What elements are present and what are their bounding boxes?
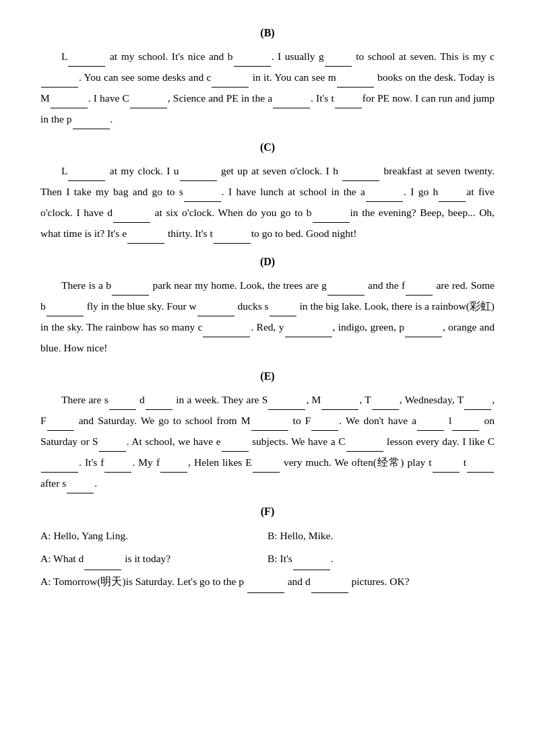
blank-e10: [417, 430, 444, 431]
blank-e21: [67, 493, 94, 493]
blank-e13: [222, 451, 249, 452]
section-d-body: There is a b park near my home. Look, th…: [40, 275, 495, 358]
blank-d9: [405, 337, 442, 337]
blank-e18: [253, 472, 280, 473]
section-f-col-left2: A: What d is it today?: [40, 547, 268, 570]
blank-e16: [104, 472, 131, 473]
blank-b4: [41, 87, 78, 88]
blank-e6: [464, 409, 491, 410]
blank-e1: [109, 409, 136, 410]
section-f-row1: A: Hello, Yang Ling. B: Hello, Mike.: [40, 524, 495, 547]
blank-d6: [270, 316, 296, 316]
section-d: (D) There is a b park near my home. Look…: [40, 256, 495, 358]
blank-c4: [184, 201, 221, 202]
blank-b8: [130, 108, 167, 108]
blank-e2: [146, 409, 172, 410]
blank-b7: [51, 108, 88, 108]
section-b-body: L at my school. It's nice and b. I usual…: [40, 46, 495, 129]
section-b: (B) L at my school. It's nice and b. I u…: [40, 27, 495, 129]
blank-e15: [41, 472, 78, 473]
section-b-title: (B): [40, 27, 495, 39]
blank-d2: [327, 295, 365, 296]
blank-c1: [68, 180, 105, 181]
blank-d1: [112, 295, 149, 296]
blank-e12: [99, 451, 126, 452]
blank-c5: [366, 201, 403, 202]
section-f-title: (F): [40, 506, 495, 518]
blank-e8: [251, 430, 288, 431]
blank-b11: [73, 129, 110, 129]
blank-b3: [325, 66, 352, 67]
section-f-table: A: Hello, Yang Ling. B: Hello, Mike. A: …: [40, 524, 495, 593]
blank-e5: [372, 409, 399, 410]
blank-b9: [273, 108, 310, 108]
blank-e3: [268, 409, 305, 410]
blank-c3: [342, 180, 379, 181]
section-e: (E) There are s d in a week. They are S,…: [40, 370, 495, 493]
section-f-body: A: Hello, Yang Ling. B: Hello, Mike. A: …: [40, 524, 495, 593]
section-d-title: (D): [40, 256, 495, 268]
blank-d3: [406, 295, 433, 296]
section-e-title: (E): [40, 370, 495, 382]
blank-e4: [321, 409, 358, 410]
blank-e19: [433, 472, 460, 473]
blank-d4: [46, 316, 84, 316]
blank-d7: [203, 337, 250, 337]
blank-b6: [337, 87, 374, 88]
section-f-row2: A: What d is it today? B: It's.: [40, 547, 495, 570]
blank-e9: [311, 430, 338, 431]
blank-d8: [285, 337, 332, 337]
blank-c10: [214, 243, 251, 244]
blank-c9: [127, 243, 164, 244]
blank-b1: [68, 66, 105, 67]
section-f-col-left1: A: Hello, Yang Ling.: [40, 524, 268, 547]
blank-c2: [180, 180, 217, 181]
blank-c7: [113, 222, 150, 223]
blank-b2: [234, 66, 271, 67]
section-f-col-full: A: Tomorrow(明天)is Saturday. Let's go to …: [40, 570, 495, 593]
blank-b10: [335, 108, 362, 108]
blank-f4: [311, 592, 348, 593]
blank-e7: [47, 430, 74, 431]
section-c-title: (C): [40, 141, 495, 153]
section-f-col-right1: B: Hello, Mike.: [268, 524, 495, 547]
section-f: (F) A: Hello, Yang Ling. B: Hello, Mike.…: [40, 506, 495, 593]
section-f-row3: A: Tomorrow(明天)is Saturday. Let's go to …: [40, 570, 495, 593]
blank-b5: [212, 87, 249, 88]
blank-c8: [313, 222, 350, 223]
blank-f3: [247, 592, 284, 593]
blank-e11: [452, 430, 479, 431]
blank-e20: [467, 472, 494, 473]
blank-e14: [346, 451, 383, 452]
section-e-body: There are s d in a week. They are S, M, …: [40, 389, 495, 493]
blank-d5: [197, 316, 234, 316]
section-c: (C) L at my clock. I u get up at seven o…: [40, 141, 495, 244]
blank-c6: [439, 201, 466, 202]
section-f-col-right2: B: It's.: [268, 547, 495, 570]
section-c-body: L at my clock. I u get up at seven o'clo…: [40, 160, 495, 244]
blank-e17: [160, 472, 187, 473]
